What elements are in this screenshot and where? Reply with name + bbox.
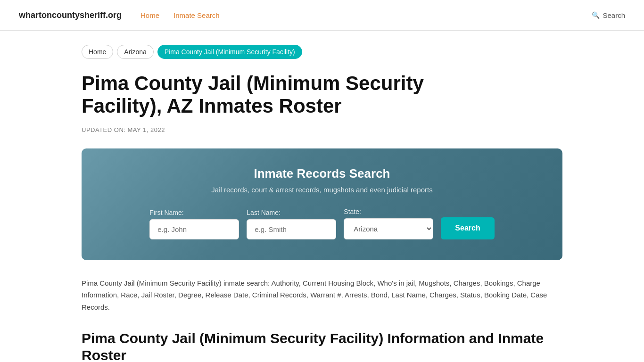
last-name-label: Last Name: (247, 209, 336, 216)
search-widget: Inmate Records Search Jail records, cour… (82, 148, 562, 260)
state-select[interactable]: Arizona (344, 218, 433, 239)
state-label: State: (344, 208, 433, 215)
search-button[interactable]: Search (441, 217, 494, 239)
nav-search[interactable]: 🔍 Search (592, 11, 625, 19)
first-name-label: First Name: (149, 209, 239, 216)
description-text: Pima County Jail (Minimum Security Facil… (82, 277, 562, 313)
navbar-brand[interactable]: whartoncountysheriff.org (19, 10, 122, 20)
updated-on: UPDATED ON: MAY 1, 2022 (82, 126, 562, 133)
breadcrumb-arizona[interactable]: Arizona (117, 45, 153, 59)
nav-link-home[interactable]: Home (140, 11, 159, 19)
search-widget-subtitle: Jail records, court & arrest records, mu… (110, 186, 534, 194)
first-name-input[interactable] (149, 219, 239, 239)
search-form: First Name: Last Name: State: Arizona Se… (110, 208, 534, 239)
updated-date: MAY 1, 2022 (128, 126, 165, 133)
breadcrumb-home[interactable]: Home (82, 45, 113, 59)
page-title: Pima County Jail (Minimum Security Facil… (82, 72, 506, 118)
last-name-input[interactable] (247, 219, 336, 239)
breadcrumb-current[interactable]: Pima County Jail (Minimum Security Facil… (157, 45, 302, 59)
breadcrumb: Home Arizona Pima County Jail (Minimum S… (82, 45, 562, 59)
nav-links: Home Inmate Search (140, 11, 573, 19)
search-widget-title: Inmate Records Search (110, 166, 534, 181)
main-content: Home Arizona Pima County Jail (Minimum S… (63, 31, 581, 362)
navbar: whartoncountysheriff.org Home Inmate Sea… (0, 0, 644, 31)
last-name-group: Last Name: (247, 209, 336, 239)
first-name-group: First Name: (149, 209, 239, 239)
section-title: Pima County Jail (Minimum Security Facil… (82, 330, 562, 362)
state-group: State: Arizona (344, 208, 433, 239)
nav-search-label: Search (603, 11, 625, 19)
updated-label: UPDATED ON: (82, 126, 125, 133)
search-icon: 🔍 (592, 11, 600, 19)
nav-link-inmate-search[interactable]: Inmate Search (173, 11, 220, 19)
